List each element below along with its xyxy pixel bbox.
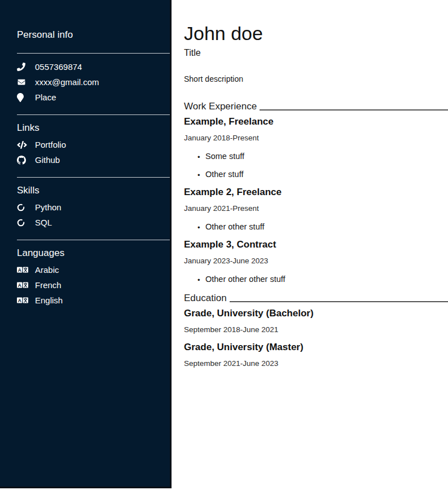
- entry-date: September 2021-June 2023: [184, 359, 448, 368]
- entry-bullets: Some stuff Other stuff: [197, 152, 448, 179]
- skills-items: Python SQL: [0, 200, 170, 230]
- sidebar-divider: [17, 114, 170, 115]
- github-icon: [17, 156, 29, 165]
- bullet-item: Other other other stuff: [197, 275, 448, 284]
- sidebar-divider: [17, 240, 170, 240]
- work-entry: Example 2, Freelance January 2021-Presen…: [184, 187, 448, 232]
- bullet-item: Other stuff: [197, 170, 448, 179]
- skill-python: Python: [0, 200, 170, 215]
- sidebar-section-title-languages: Languages: [0, 248, 170, 259]
- section-heading-label: Education: [184, 293, 230, 304]
- entry-title: Example 3, Contract: [184, 239, 448, 250]
- language-english: A English: [0, 293, 170, 308]
- education-entry: Grade, University (Bachelor) September 2…: [184, 308, 448, 334]
- bullet-item: Other other stuff: [197, 222, 448, 232]
- entry-title: Grade, University (Master): [184, 342, 448, 353]
- entry-date: January 2021-Present: [184, 204, 448, 213]
- job-title: Title: [184, 47, 448, 58]
- skill-label: Python: [35, 202, 62, 212]
- svg-text:A: A: [18, 298, 21, 303]
- sidebar-divider: [17, 53, 170, 54]
- contact-email: xxxx@gmail.com: [0, 74, 170, 90]
- language-icon: A: [17, 297, 29, 303]
- entry-title: Example 2, Freelance: [184, 187, 448, 198]
- language-arabic: A Arabic: [0, 262, 170, 277]
- contact-phone: 0557369874: [0, 59, 170, 74]
- personal-info-items: 0557369874 xxxx@gmail.com Place: [0, 59, 170, 105]
- languages-items: A Arabic A French A English: [0, 262, 170, 308]
- summary-text: Short description: [184, 74, 448, 84]
- link-github-label[interactable]: Github: [35, 155, 60, 165]
- contact-email-label: xxxx@gmail.com: [35, 77, 99, 87]
- skill-label: SQL: [35, 218, 52, 227]
- link-portfolio[interactable]: Portfolio: [0, 137, 170, 152]
- svg-text:A: A: [18, 282, 21, 288]
- work-entry: Example 3, Contract January 2023-June 20…: [184, 239, 448, 284]
- language-icon: A: [17, 267, 29, 273]
- resume-content: John doe Title Short description Work Ex…: [172, 0, 448, 490]
- section-heading-rule: [260, 109, 448, 111]
- section-heading-label: Work Experience: [184, 101, 260, 112]
- section-heading-education: Education: [184, 293, 448, 304]
- language-label: French: [35, 280, 62, 290]
- circle-notch-icon: [17, 219, 29, 227]
- location-pin-icon: [17, 93, 29, 102]
- link-github[interactable]: Github: [0, 152, 170, 167]
- contact-location: Place: [0, 90, 170, 105]
- entry-date: September 2018-June 2021: [184, 325, 448, 334]
- language-french: A French: [0, 277, 170, 293]
- sidebar-section-title-skills: Skills: [0, 185, 170, 196]
- work-entry: Example, Freelance January 2018-Present …: [184, 116, 448, 179]
- sidebar: Personal info 0557369874 xxxx@gmail.com …: [0, 0, 172, 488]
- language-label: English: [35, 295, 63, 305]
- sidebar-section-title-personal-info: Personal info: [0, 29, 170, 41]
- section-heading-work-experience: Work Experience: [184, 101, 448, 112]
- skill-sql: SQL: [0, 215, 170, 230]
- circle-notch-icon: [17, 204, 29, 211]
- entry-title: Example, Freelance: [184, 116, 448, 127]
- phone-icon: [17, 63, 29, 71]
- language-icon: A: [17, 282, 29, 288]
- language-label: Arabic: [35, 265, 59, 275]
- bullet-item: Some stuff: [197, 152, 448, 161]
- entry-title: Grade, University (Bachelor): [184, 308, 448, 319]
- entry-bullets: Other other other stuff: [197, 275, 448, 284]
- name-heading: John doe: [184, 23, 448, 45]
- education-entry: Grade, University (Master) September 202…: [184, 342, 448, 368]
- envelope-icon: [17, 78, 29, 86]
- link-portfolio-label[interactable]: Portfolio: [35, 140, 66, 149]
- entry-date: January 2018-Present: [184, 134, 448, 143]
- svg-text:A: A: [18, 267, 21, 273]
- contact-location-label: Place: [35, 92, 56, 102]
- sidebar-section-title-links: Links: [0, 122, 170, 134]
- code-icon: [17, 141, 29, 149]
- sidebar-divider: [17, 177, 170, 178]
- entry-date: January 2023-June 2023: [184, 257, 448, 266]
- links-items: Portfolio Github: [0, 137, 170, 167]
- entry-bullets: Other other stuff: [197, 222, 448, 232]
- section-heading-rule: [230, 301, 448, 302]
- contact-phone-label: 0557369874: [35, 62, 82, 72]
